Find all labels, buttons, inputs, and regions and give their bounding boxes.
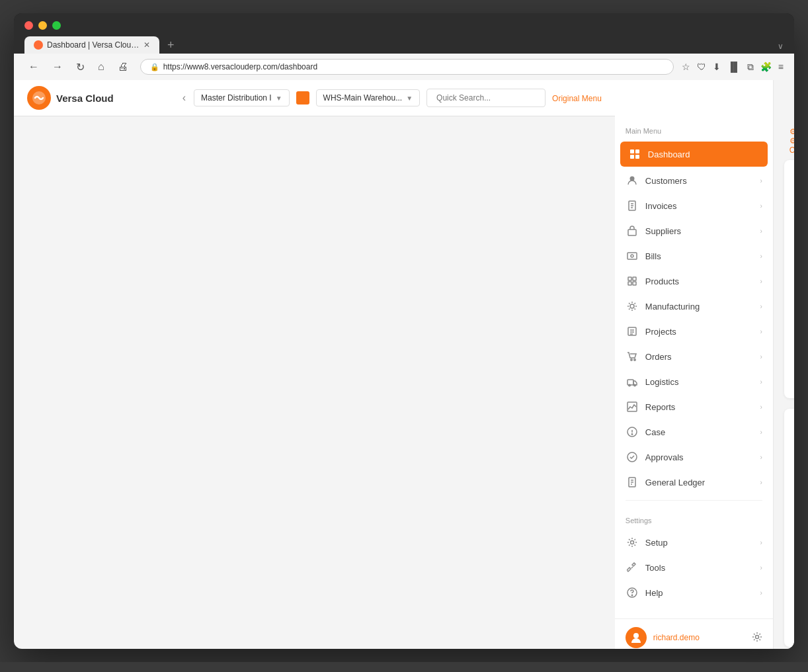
sidebar-item-tools[interactable]: Tools ›	[615, 555, 773, 580]
address-bar[interactable]: 🔒 https://www8.versaclouderp.com/dashboa…	[140, 59, 674, 75]
products-icon	[626, 274, 639, 288]
sidebar-item-label-orders: Orders	[645, 352, 754, 362]
sidebar-collapse-button[interactable]: ‹	[182, 92, 186, 104]
sidebar-item-label-case: Case	[645, 427, 754, 437]
chevron-button[interactable]: ∨	[778, 42, 784, 54]
tab-label: Dashboard | Versa Cloud ERP	[47, 40, 140, 50]
svg-point-35	[630, 541, 633, 544]
tab-close-button[interactable]: ✕	[143, 40, 150, 50]
logo-text: Versa Cloud	[56, 93, 114, 104]
new-tab-button[interactable]: +	[162, 38, 180, 52]
sales-by-region-card: Sales By Region i ≡	[784, 160, 794, 398]
svg-point-39	[633, 633, 639, 638]
sidebar-item-reports[interactable]: Reports ›	[615, 394, 773, 419]
menu-button[interactable]: ≡	[778, 62, 784, 72]
sidebar-item-approvals[interactable]: Approvals ›	[615, 444, 773, 470]
sidebar-item-orders[interactable]: Orders ›	[615, 344, 773, 369]
bookmark-button[interactable]: ☆	[682, 62, 690, 72]
sidebar-item-bills[interactable]: Bills ›	[615, 243, 773, 269]
svg-line-36	[631, 567, 633, 568]
svg-rect-14	[633, 277, 636, 280]
svg-point-17	[630, 304, 634, 308]
color-swatch	[296, 91, 309, 105]
setup-icon	[626, 536, 639, 549]
sidebar-item-label-reports: Reports	[645, 402, 754, 412]
svg-rect-10	[628, 230, 636, 235]
customers-chevron-icon: ›	[760, 177, 762, 185]
svg-point-22	[631, 359, 632, 360]
shield-icon[interactable]: 🛡	[697, 62, 706, 72]
warehouse-label: WHS-Main Warehou...	[323, 93, 403, 103]
tools-icon	[626, 561, 639, 574]
suppliers-chevron-icon: ›	[760, 228, 762, 235]
sidebar-item-products[interactable]: Products ›	[615, 269, 773, 294]
sidebar-item-logistics[interactable]: Logistics ›	[615, 369, 773, 394]
general-ledger-chevron-icon: ›	[760, 479, 762, 486]
suppliers-icon	[626, 224, 639, 237]
barcode-icon[interactable]: ▐▌	[727, 62, 741, 72]
sidebar: Main Menu Dashboard	[615, 80, 774, 649]
traffic-light-green[interactable]	[52, 21, 61, 30]
settings-section-label: Settings	[615, 506, 773, 530]
sidebar-item-label-general-ledger: General Ledger	[645, 478, 754, 487]
invoices-chevron-icon: ›	[760, 202, 762, 210]
logistics-icon	[626, 375, 639, 388]
sidebar-item-dashboard[interactable]: Dashboard	[620, 142, 768, 167]
home-button[interactable]: ⌂	[94, 60, 108, 74]
sidebar-item-customers[interactable]: Customers ›	[615, 168, 773, 193]
warehouse-dropdown[interactable]: WHS-Main Warehou... ▼	[316, 89, 421, 106]
sidebar-item-label-approvals: Approvals	[645, 452, 754, 462]
sidebar-item-setup[interactable]: Setup ›	[615, 530, 773, 555]
help-icon	[626, 586, 639, 599]
sidebar-item-help[interactable]: Help ›	[615, 580, 773, 605]
customize-button[interactable]: ⚙ ⚙ Customize	[784, 127, 794, 160]
manufacturing-icon	[626, 300, 639, 313]
download-button[interactable]: ⬇	[713, 62, 721, 72]
dashboard-icon	[628, 147, 641, 161]
sidebar-item-projects[interactable]: Projects ›	[615, 319, 773, 344]
traffic-light-yellow[interactable]	[38, 21, 47, 30]
svg-rect-3	[630, 155, 634, 159]
svg-rect-11	[627, 253, 637, 259]
reports-icon	[626, 400, 639, 413]
sidebar-item-manufacturing[interactable]: Manufacturing ›	[615, 294, 773, 319]
case-chevron-icon: ›	[760, 429, 762, 436]
sidebar-item-invoices[interactable]: Invoices ›	[615, 193, 773, 218]
bills-icon	[626, 249, 639, 263]
extensions-button[interactable]: 🧩	[760, 62, 772, 72]
sidebar-item-label-tools: Tools	[645, 563, 754, 573]
svg-point-38	[631, 595, 632, 595]
reload-button[interactable]: ↻	[72, 60, 89, 75]
sidebar-item-case[interactable]: Case ›	[615, 419, 773, 444]
orders-chevron-icon: ›	[760, 353, 762, 360]
customize-label: ⚙ Customize	[789, 136, 794, 155]
print-button[interactable]: 🖨	[114, 60, 132, 74]
gear-icon: ⚙	[789, 127, 794, 136]
sidebar-item-label-help: Help	[645, 588, 754, 598]
back-button[interactable]: ←	[24, 60, 43, 74]
pip-button[interactable]: ⧉	[747, 62, 754, 73]
bills-chevron-icon: ›	[760, 253, 762, 260]
projects-icon	[626, 325, 639, 338]
approvals-icon	[626, 450, 639, 464]
sidebar-divider	[626, 500, 762, 501]
user-settings-gear-icon[interactable]	[752, 632, 762, 644]
svg-rect-27	[627, 402, 637, 411]
user-section: richard.demo	[615, 618, 773, 649]
sidebar-item-label-dashboard: Dashboard	[648, 149, 760, 159]
distribution-dropdown[interactable]: Master Distribution I ▼	[194, 89, 290, 106]
tab-favicon	[34, 40, 43, 50]
svg-rect-2	[635, 149, 639, 153]
traffic-light-red[interactable]	[24, 21, 33, 30]
quick-search-input[interactable]	[426, 89, 545, 107]
forward-button[interactable]: →	[48, 60, 67, 74]
active-tab[interactable]: Dashboard | Versa Cloud ERP ✕	[24, 36, 159, 54]
logistics-chevron-icon: ›	[760, 378, 762, 386]
manufacturing-chevron-icon: ›	[760, 303, 762, 310]
svg-rect-13	[628, 277, 631, 280]
original-menu-link[interactable]: Original Menu	[552, 94, 602, 103]
case-icon	[626, 425, 639, 439]
sidebar-item-general-ledger[interactable]: General Ledger ›	[615, 470, 773, 495]
sidebar-item-suppliers[interactable]: Suppliers ›	[615, 218, 773, 243]
sidebar-item-label-manufacturing: Manufacturing	[645, 302, 754, 312]
